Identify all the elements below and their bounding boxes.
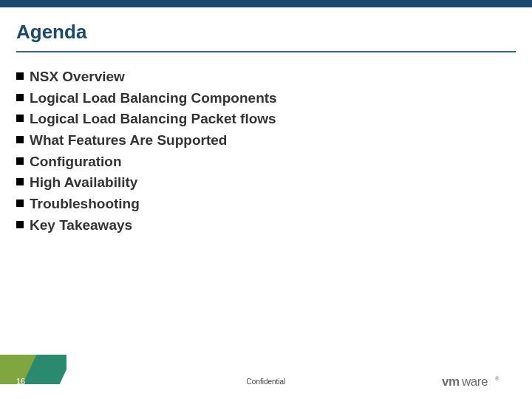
slide-title: Agenda — [16, 21, 516, 50]
list-item: NSX Overview — [16, 68, 516, 86]
bullet-text: Logical Load Balancing Components — [30, 89, 277, 108]
vmware-logo: vm ware ® — [442, 374, 516, 390]
list-item: What Features Are Supported — [16, 132, 516, 150]
svg-text:ware: ware — [461, 375, 488, 389]
bullet-icon — [16, 157, 24, 165]
bullet-text: Logical Load Balancing Packet flows — [30, 110, 276, 129]
bullet-list: NSX Overview Logical Load Balancing Comp… — [16, 68, 516, 238]
list-item: High Availability — [16, 174, 516, 192]
bullet-text: High Availability — [30, 174, 137, 192]
slide: Agenda NSX Overview Logical Load Balanci… — [0, 0, 532, 399]
title-underline — [16, 51, 516, 52]
bullet-icon — [16, 72, 24, 80]
bullet-icon — [16, 200, 24, 207]
page-number: 16 — [16, 377, 25, 386]
bullet-icon — [16, 115, 24, 122]
bullet-text: NSX Overview — [30, 68, 125, 86]
bullet-text: Configuration — [30, 153, 122, 171]
svg-text:vm: vm — [442, 375, 460, 389]
list-item: Logical Load Balancing Packet flows — [16, 110, 516, 129]
bullet-text: What Features Are Supported — [30, 132, 227, 150]
list-item: Key Takeaways — [16, 216, 516, 235]
bullet-icon — [16, 221, 24, 228]
title-area: Agenda — [16, 21, 516, 52]
bullet-icon — [16, 94, 24, 101]
svg-text:®: ® — [495, 376, 499, 381]
vmware-logo-icon: vm ware ® — [442, 374, 516, 390]
list-item: Configuration — [16, 153, 516, 171]
bullet-icon — [16, 136, 24, 143]
list-item: Troubleshooting — [16, 195, 516, 214]
top-accent-bar — [0, 0, 532, 7]
bullet-icon — [16, 178, 24, 185]
bullet-text: Troubleshooting — [30, 195, 140, 214]
list-item: Logical Load Balancing Components — [16, 89, 516, 108]
bullet-text: Key Takeaways — [30, 216, 132, 235]
